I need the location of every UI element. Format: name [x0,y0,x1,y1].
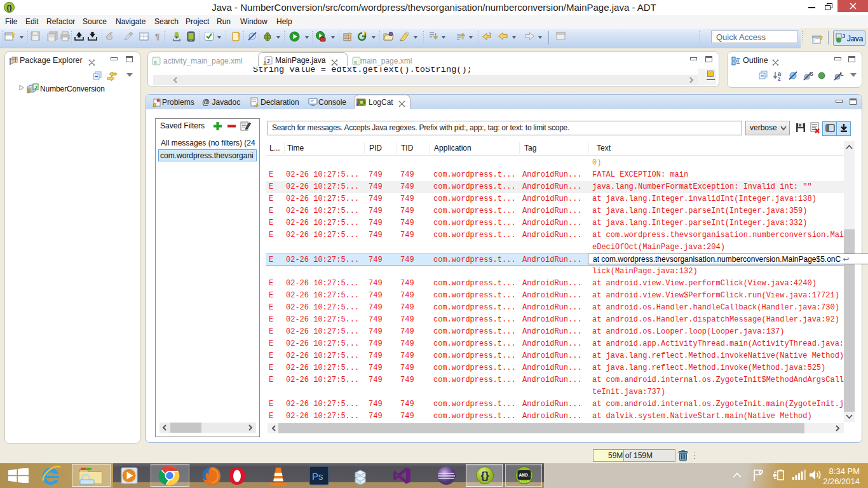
svg-text:Ps: Ps [312,471,323,482]
svg-text:!: ! [28,90,29,93]
svg-text:J: J [842,33,845,39]
svg-text:a: a [354,59,357,65]
svg-text:AND_: AND_ [519,472,531,478]
svg-text:a: a [154,59,157,65]
svg-text:z: z [778,76,781,81]
svg-text:¶: ¶ [155,32,159,41]
svg-text:{}: {} [480,470,489,482]
svg-text:J: J [34,85,37,90]
svg-text:J: J [267,58,270,64]
